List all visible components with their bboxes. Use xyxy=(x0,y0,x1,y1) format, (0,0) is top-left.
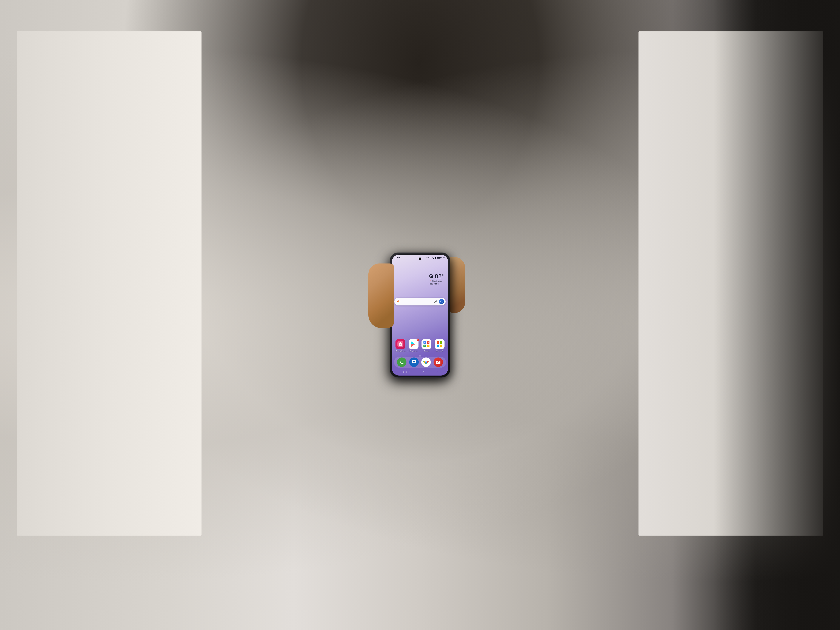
svg-line-1 xyxy=(442,302,442,303)
google-g-letter: G xyxy=(397,300,399,303)
weather-time: 3:01 PM ↻ xyxy=(429,283,444,285)
nav-home-button[interactable]: ○ xyxy=(422,370,425,374)
svg-point-2 xyxy=(441,301,441,302)
scene: 3:09 ⚙ ● LTE xyxy=(0,0,840,630)
microphone-icon[interactable]: 🎤 xyxy=(434,300,437,303)
google-label: Google xyxy=(424,350,429,352)
signal-bars xyxy=(433,257,436,259)
galaxy-store-icon[interactable] xyxy=(395,339,405,349)
bar4 xyxy=(435,257,436,259)
play-store-icon[interactable]: 2 xyxy=(409,339,418,349)
app-microsoft[interactable]: Microsoft xyxy=(435,339,445,352)
svg-point-25 xyxy=(437,362,439,363)
svg-rect-16 xyxy=(435,339,445,349)
bar3 xyxy=(435,257,435,259)
bottom-dock xyxy=(394,357,446,368)
play-store-label: Play Store xyxy=(409,350,417,352)
weather-time-text: 3:01 PM xyxy=(429,283,437,285)
battery-percent: 87% xyxy=(441,257,445,259)
svg-rect-20 xyxy=(440,344,442,347)
phone-screen: 3:09 ⚙ ● LTE xyxy=(392,255,448,376)
svg-rect-18 xyxy=(440,341,442,344)
signal-icon: ● xyxy=(428,257,429,259)
dock-camera[interactable] xyxy=(434,357,443,367)
dock-chrome[interactable] xyxy=(421,357,431,367)
nav-back-button[interactable]: ‹ xyxy=(437,370,438,374)
app-google[interactable]: Google xyxy=(422,339,431,352)
thumb xyxy=(368,264,394,328)
temperature-display: 82° xyxy=(435,273,444,280)
svg-rect-5 xyxy=(400,344,401,344)
status-icons: ⚙ ● LTE 87% xyxy=(426,257,445,259)
svg-rect-4 xyxy=(399,343,402,346)
google-logo: G xyxy=(396,299,400,304)
weather-location: 📍 Manhattan xyxy=(429,280,444,283)
svg-point-15 xyxy=(428,346,429,346)
svg-point-13 xyxy=(428,342,429,343)
pin-icon: 📍 xyxy=(429,281,432,283)
page-indicator xyxy=(419,355,421,357)
svg-point-24 xyxy=(425,362,427,363)
hand-phone-group: 3:09 ⚙ ● LTE xyxy=(390,253,450,377)
google-search-bar[interactable]: G 🎤 xyxy=(395,298,445,305)
cloud-icon: 🌤 xyxy=(429,273,434,279)
location-text: Manhattan xyxy=(432,280,442,283)
shelf-left xyxy=(17,32,202,535)
dock-messages[interactable] xyxy=(409,357,419,367)
svg-rect-7 xyxy=(422,339,431,349)
status-time: 3:09 xyxy=(395,256,400,259)
nav-bar: ⫼⫼⫼ ○ ‹ xyxy=(392,369,448,376)
camera-hole xyxy=(419,258,421,260)
play-store-badge: 2 xyxy=(417,339,419,341)
network-icon: LTE xyxy=(430,257,433,258)
dock-phone[interactable] xyxy=(397,357,406,367)
battery-indicator xyxy=(437,257,441,259)
svg-rect-19 xyxy=(437,344,439,347)
google-icon[interactable] xyxy=(422,339,431,349)
svg-rect-17 xyxy=(437,341,439,344)
app-galaxy-store[interactable]: Galaxy Store xyxy=(395,339,405,352)
app-play-store[interactable]: 2 xyxy=(409,339,418,352)
microsoft-label: Microsoft xyxy=(436,350,443,352)
galaxy-store-label: Galaxy Store xyxy=(395,350,405,352)
weather-widget: 🌤 82° 📍 Manhattan 3:01 PM ↻ xyxy=(429,273,444,285)
svg-point-12 xyxy=(424,342,425,343)
settings-icon: ⚙ xyxy=(426,257,428,259)
phone-device: 3:09 ⚙ ● LTE xyxy=(390,253,450,377)
bar1 xyxy=(433,258,434,259)
app-row: Galaxy Store 2 xyxy=(392,339,448,352)
weather-temp: 🌤 82° xyxy=(429,273,444,280)
google-lens-icon[interactable] xyxy=(439,299,444,304)
bar2 xyxy=(434,257,434,259)
microsoft-icon[interactable] xyxy=(435,339,445,349)
svg-point-14 xyxy=(424,346,425,346)
dark-right-bg xyxy=(714,0,840,630)
refresh-icon: ↻ xyxy=(437,283,439,285)
battery-fill xyxy=(437,257,440,258)
nav-recent-button[interactable]: ⫼⫼⫼ xyxy=(403,371,410,374)
